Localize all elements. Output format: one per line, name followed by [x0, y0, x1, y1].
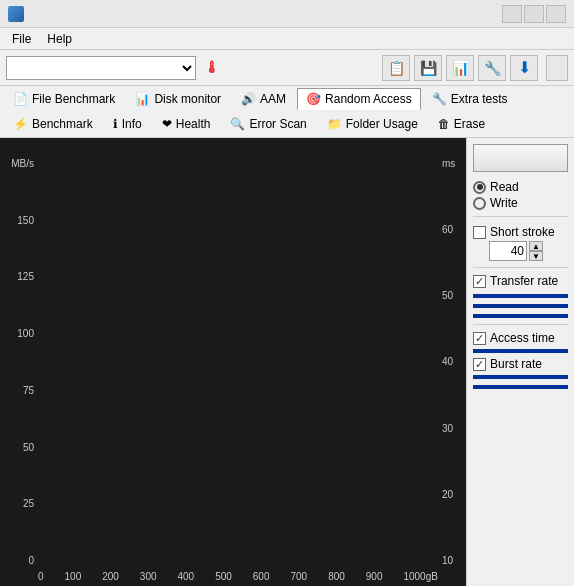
- random-access-label: Random Access: [325, 92, 412, 106]
- spin-up-button[interactable]: ▲: [529, 241, 543, 251]
- benchmark-label: Benchmark: [32, 117, 93, 131]
- divider-2: [473, 267, 568, 268]
- radio-write[interactable]: Write: [473, 196, 568, 210]
- error-scan-label: Error Scan: [249, 117, 306, 131]
- thermometer-icon: 🌡: [204, 59, 220, 77]
- divider-1: [473, 216, 568, 217]
- spinbox-arrows: ▲ ▼: [529, 241, 543, 261]
- folder-usage-label: Folder Usage: [346, 117, 418, 131]
- radio-write-circle: [473, 197, 486, 210]
- health-icon: ❤: [162, 117, 172, 131]
- random-access-icon: 🎯: [306, 92, 321, 106]
- x-1000: 1000gB: [403, 571, 437, 582]
- x-200: 200: [102, 571, 119, 582]
- checkbox-access-time[interactable]: Access time: [473, 331, 568, 345]
- minimize-button[interactable]: [502, 5, 522, 23]
- spinbox-input[interactable]: [489, 241, 527, 261]
- chart-area: MB/s 150 125 100 75 50 25 0 ms 60 50 40 …: [0, 138, 466, 586]
- maximize-button[interactable]: [524, 5, 544, 23]
- x-900: 900: [366, 571, 383, 582]
- checkbox-short-stroke-label: Short stroke: [490, 225, 555, 239]
- aam-label: AAM: [260, 92, 286, 106]
- checkbox-burst-rate-label: Burst rate: [490, 357, 542, 371]
- nav-tabs: 📄 File Benchmark 📊 Disk monitor 🔊 AAM 🎯 …: [0, 86, 574, 138]
- toolbar-btn-1[interactable]: 📋: [382, 55, 410, 81]
- error-scan-icon: 🔍: [230, 117, 245, 131]
- checkbox-short-stroke[interactable]: Short stroke: [473, 225, 568, 239]
- title-bar-controls[interactable]: [502, 5, 566, 23]
- extra-tests-label: Extra tests: [451, 92, 508, 106]
- disk-monitor-icon: 📊: [135, 92, 150, 106]
- y-left-150: 150: [17, 215, 34, 226]
- radio-read[interactable]: Read: [473, 180, 568, 194]
- checkbox-group: Short stroke ▲ ▼: [473, 225, 568, 261]
- y-right-40: 40: [442, 356, 453, 367]
- menu-help[interactable]: Help: [39, 30, 80, 48]
- tab-random-access[interactable]: 🎯 Random Access: [297, 88, 421, 110]
- radio-read-circle: [473, 181, 486, 194]
- tab-health[interactable]: ❤ Health: [153, 113, 220, 135]
- spin-down-button[interactable]: ▼: [529, 251, 543, 261]
- start-button[interactable]: [473, 144, 568, 172]
- menu-file[interactable]: File: [4, 30, 39, 48]
- x-600: 600: [253, 571, 270, 582]
- benchmark-icon: ⚡: [13, 117, 28, 131]
- y-axis-right: ms 60 50 40 30 20 10: [438, 158, 466, 566]
- temperature-display: 🌡: [204, 59, 224, 77]
- info-label: Info: [122, 117, 142, 131]
- minimum-value: [473, 294, 568, 298]
- y-right-30: 30: [442, 423, 453, 434]
- x-500: 500: [215, 571, 232, 582]
- y-left-100: 100: [17, 328, 34, 339]
- file-benchmark-icon: 📄: [13, 92, 28, 106]
- toolbar-btn-2[interactable]: 💾: [414, 55, 442, 81]
- checkbox-burst-rate[interactable]: Burst rate: [473, 357, 568, 371]
- radio-group: Read Write: [473, 180, 568, 210]
- toolbar-btn-4[interactable]: 🔧: [478, 55, 506, 81]
- x-400: 400: [178, 571, 195, 582]
- stat-burst-rate: [473, 375, 568, 379]
- tab-disk-monitor[interactable]: 📊 Disk monitor: [126, 88, 230, 110]
- checkbox-access-time-label: Access time: [490, 331, 555, 345]
- y-left-0: 0: [28, 555, 34, 566]
- device-select[interactable]: [6, 56, 196, 80]
- tab-aam[interactable]: 🔊 AAM: [232, 88, 295, 110]
- stat-maximum: [473, 302, 568, 308]
- toolbar-icons: 📋 💾 📊 🔧 ⬇: [382, 55, 538, 81]
- tab-error-scan[interactable]: 🔍 Error Scan: [221, 113, 315, 135]
- x-axis: 0 100 200 300 400 500 600 700 800 900 10…: [38, 571, 438, 582]
- y-left-unit: MB/s: [11, 158, 34, 169]
- tab-folder-usage[interactable]: 📁 Folder Usage: [318, 113, 427, 135]
- tab-erase[interactable]: 🗑 Erase: [429, 113, 494, 135]
- divider-3: [473, 324, 568, 325]
- checkbox-transfer-rate-label: Transfer rate: [490, 274, 558, 288]
- title-bar-left: [8, 6, 30, 22]
- checkbox-transfer-rate[interactable]: Transfer rate: [473, 274, 568, 288]
- extra-tests-icon: 🔧: [432, 92, 447, 106]
- exit-button[interactable]: [546, 55, 568, 81]
- toolbar-btn-3[interactable]: 📊: [446, 55, 474, 81]
- tab-extra-tests[interactable]: 🔧 Extra tests: [423, 88, 517, 110]
- x-100: 100: [65, 571, 82, 582]
- main-content: MB/s 150 125 100 75 50 25 0 ms 60 50 40 …: [0, 138, 574, 586]
- y-axis-left: MB/s 150 125 100 75 50 25 0: [0, 158, 38, 566]
- radio-write-label: Write: [490, 196, 518, 210]
- y-right-10: 10: [442, 555, 453, 566]
- toolbar-btn-5[interactable]: ⬇: [510, 55, 538, 81]
- tab-benchmark[interactable]: ⚡ Benchmark: [4, 113, 102, 135]
- stat-minimum: [473, 292, 568, 298]
- disk-monitor-label: Disk monitor: [154, 92, 221, 106]
- tab-file-benchmark[interactable]: 📄 File Benchmark: [4, 88, 124, 110]
- close-button[interactable]: [546, 5, 566, 23]
- nav-row-2: ⚡ Benchmark ℹ Info ❤ Health 🔍 Error Scan…: [0, 112, 574, 138]
- x-700: 700: [290, 571, 307, 582]
- erase-label: Erase: [454, 117, 485, 131]
- x-300: 300: [140, 571, 157, 582]
- tab-info[interactable]: ℹ Info: [104, 113, 151, 135]
- file-benchmark-label: File Benchmark: [32, 92, 115, 106]
- y-left-25: 25: [23, 498, 34, 509]
- y-right-50: 50: [442, 290, 453, 301]
- cpu-usage-value: [473, 385, 568, 389]
- checkbox-short-stroke-box: [473, 226, 486, 239]
- y-left-50: 50: [23, 442, 34, 453]
